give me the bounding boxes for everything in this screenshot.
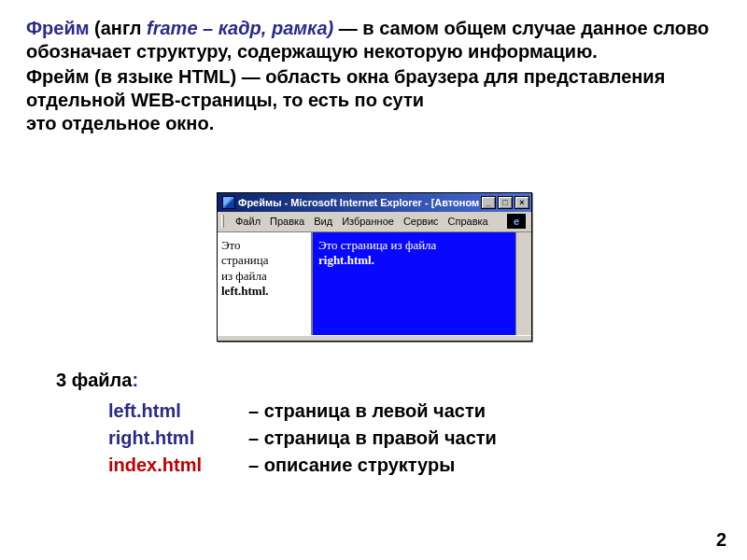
menu-view[interactable]: Вид	[314, 216, 332, 227]
right-frame-line: Это страница из файла	[318, 238, 526, 253]
left-frame-line: Это	[221, 238, 307, 253]
table-row: right.html – страница в правой части	[108, 425, 497, 452]
titlebar: Фреймы - Microsoft Internet Explorer - […	[218, 193, 531, 212]
file-name: index.html	[108, 452, 248, 479]
toolbar-handle-icon	[221, 215, 224, 228]
left-frame-line: left.html.	[221, 284, 307, 299]
maximize-button[interactable]: □	[498, 196, 513, 209]
window-title: Фреймы - Microsoft Internet Explorer - […	[238, 197, 479, 208]
file-name: left.html	[108, 398, 248, 425]
app-icon	[222, 196, 235, 209]
minimize-button[interactable]: _	[481, 196, 496, 209]
right-frame-line: right.html.	[318, 253, 526, 268]
menu-favorites[interactable]: Избранное	[342, 216, 394, 227]
browser-window: Фреймы - Microsoft Internet Explorer - […	[217, 192, 532, 342]
files-label-text: 3 файла	[56, 370, 132, 390]
file-desc: – страница в левой части	[248, 398, 486, 425]
browser-content: Это страница из файла left.html. Это стр…	[218, 232, 531, 335]
frame-right: Это страница из файла right.html.	[313, 232, 531, 335]
term-frame: Фрейм	[26, 18, 90, 38]
files-colon: :	[132, 370, 138, 390]
frame-left: Это страница из файла left.html.	[218, 232, 313, 335]
menu-file[interactable]: Файл	[235, 216, 261, 227]
menubar: Файл Правка Вид Избранное Сервис Справка…	[218, 212, 531, 232]
definition-1: Фрейм (англ frame – кадр, рамка) — в сам…	[26, 17, 721, 63]
files-heading: 3 файла:	[56, 370, 138, 391]
left-frame-line: страница	[221, 253, 307, 268]
close-button[interactable]: ×	[514, 196, 529, 209]
table-row: index.html – описание структуры	[108, 452, 497, 479]
statusbar	[218, 335, 531, 341]
table-row: left.html – страница в левой части	[108, 398, 497, 425]
files-table: left.html – страница в левой части right…	[108, 398, 497, 479]
paren-prefix: (англ	[94, 18, 147, 38]
definition-2-tail: это отдельное окно.	[26, 112, 721, 135]
definition-2: Фрейм (в языке HTML) — область окна брау…	[26, 65, 721, 112]
menu-help[interactable]: Справка	[448, 216, 488, 227]
menu-edit[interactable]: Правка	[270, 216, 304, 227]
file-desc: – страница в правой части	[248, 425, 497, 452]
menu-tools[interactable]: Сервис	[403, 216, 439, 227]
file-name: right.html	[108, 425, 248, 452]
file-desc: – описание структуры	[248, 452, 455, 479]
left-frame-line: из файла	[221, 269, 307, 284]
term-italic: frame – кадр, рамка)	[147, 18, 333, 38]
ie-logo-icon: e	[507, 214, 526, 229]
page-number: 2	[716, 529, 726, 551]
